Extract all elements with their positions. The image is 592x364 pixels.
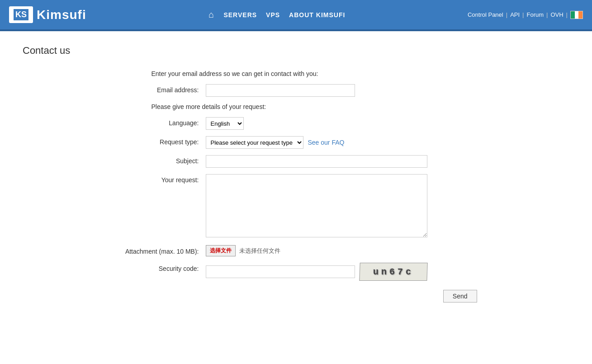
- forum-link[interactable]: Forum: [526, 11, 544, 18]
- faq-link[interactable]: See our FAQ: [308, 139, 345, 146]
- nav-about[interactable]: ABOUT KIMSUFI: [289, 11, 345, 19]
- captcha-image: un67c: [359, 263, 427, 281]
- contact-form: Enter your email address so we can get i…: [115, 70, 477, 303]
- email-row: Email address:: [115, 84, 477, 97]
- logo-area: KS Kimsufi: [9, 6, 86, 23]
- page-content: Contact us Enter your email address so w…: [0, 31, 592, 316]
- security-inner: un67c: [206, 263, 477, 281]
- page-title: Contact us: [23, 45, 569, 57]
- sep3: |: [546, 11, 548, 18]
- request-field: [206, 174, 477, 239]
- subject-input[interactable]: [206, 155, 427, 168]
- send-row: Send: [115, 290, 477, 303]
- file-upload-area: 选择文件 未选择任何文件: [206, 245, 477, 256]
- control-panel-link[interactable]: Control Panel: [468, 11, 503, 18]
- security-code-input[interactable]: [206, 265, 355, 278]
- send-button[interactable]: Send: [443, 290, 477, 303]
- home-icon[interactable]: ⌂: [208, 9, 214, 20]
- logo-ks: KS: [13, 8, 29, 21]
- language-select[interactable]: English Français Deutsch Español: [206, 117, 244, 130]
- nav-servers[interactable]: SERVERS: [223, 11, 257, 19]
- language-row: Language: English Français Deutsch Españ…: [115, 117, 477, 130]
- attachment-label: Attachment (max. 10 MB):: [115, 245, 206, 256]
- language-label: Language:: [115, 117, 206, 127]
- email-intro: Enter your email address so we can get i…: [152, 70, 477, 77]
- subject-row: Subject:: [115, 155, 477, 168]
- sep4: |: [566, 11, 568, 18]
- email-input[interactable]: [206, 84, 355, 97]
- request-textarea[interactable]: [206, 174, 427, 237]
- request-row: Your request:: [115, 174, 477, 239]
- request-type-select[interactable]: Please select your request type: [206, 136, 303, 149]
- language-field: English Français Deutsch Español: [206, 117, 477, 130]
- logo-name: Kimsufi: [37, 8, 86, 22]
- email-label: Email address:: [115, 84, 206, 94]
- request-type-field: Please select your request type See our …: [206, 136, 477, 149]
- request-label: Your request:: [115, 174, 206, 184]
- header-right: Control Panel | API | Forum | OVH |: [468, 11, 583, 19]
- request-type-inner: Please select your request type See our …: [206, 136, 477, 149]
- attachment-field: 选择文件 未选择任何文件: [206, 245, 477, 256]
- sep1: |: [506, 11, 507, 18]
- api-link[interactable]: API: [510, 11, 520, 18]
- attachment-row: Attachment (max. 10 MB): 选择文件 未选择任何文件: [115, 245, 477, 256]
- details-intro: Please give more details of your request…: [152, 103, 477, 110]
- request-type-label: Request type:: [115, 136, 206, 146]
- flag-ireland: [570, 11, 583, 19]
- file-no-file-label: 未选择任何文件: [239, 247, 280, 255]
- security-row: Security code: un67c: [115, 263, 477, 281]
- request-type-row: Request type: Please select your request…: [115, 136, 477, 149]
- logo-box: KS: [9, 6, 33, 23]
- security-label: Security code:: [115, 263, 206, 272]
- subject-label: Subject:: [115, 155, 206, 165]
- email-field-container: [206, 84, 477, 97]
- subject-field: [206, 155, 477, 168]
- nav-vps[interactable]: VPS: [266, 11, 280, 19]
- ovh-link[interactable]: OVH: [550, 11, 563, 18]
- sep2: |: [522, 11, 524, 18]
- main-nav: ⌂ SERVERS VPS ABOUT KIMSUFI: [208, 9, 345, 20]
- file-choose-button[interactable]: 选择文件: [206, 245, 236, 256]
- site-header: KS Kimsufi ⌂ SERVERS VPS ABOUT KIMSUFI C…: [0, 0, 592, 29]
- security-field: un67c: [206, 263, 477, 281]
- captcha-text: un67c: [373, 267, 413, 277]
